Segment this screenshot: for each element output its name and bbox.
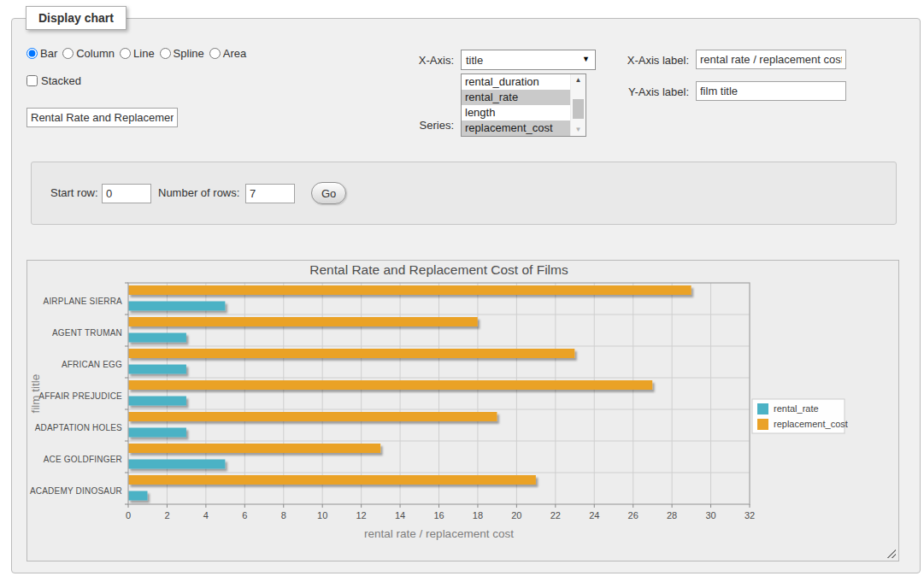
number-of-rows-label: Number of rows: [158, 186, 239, 199]
number-of-rows-input[interactable] [245, 184, 295, 203]
x-axis-select[interactable]: title ▼ [461, 50, 596, 70]
series-listbox[interactable]: rental_durationrental_ratelengthreplacem… [461, 73, 586, 137]
svg-text:26: 26 [628, 510, 639, 520]
y-category-label: AGENT TRUMAN [52, 328, 122, 338]
chart-type-radio-group: BarColumnLineSplineArea [26, 47, 246, 60]
chart-svg: 02468101214161820222426283032AIRPLANE SI… [27, 261, 898, 561]
listbox-scrollbar[interactable]: ▲ ▼ [570, 74, 586, 136]
chart-type-radio-spline[interactable] [160, 48, 171, 59]
stacked-row: Stacked [26, 74, 81, 87]
scroll-up-icon[interactable]: ▲ [571, 74, 586, 86]
series-list-label: Series: [365, 119, 454, 132]
chart-type-option-bar[interactable]: Bar [26, 47, 57, 60]
svg-text:10: 10 [317, 510, 327, 520]
radio-label: Column [76, 47, 115, 60]
scroll-down-icon[interactable]: ▼ [571, 124, 586, 136]
svg-text:18: 18 [473, 510, 483, 520]
y-axis-label-label: Y-Axis label: [610, 85, 689, 98]
chevron-down-icon: ▼ [582, 56, 590, 63]
chart-type-option-spline[interactable]: Spline [160, 47, 204, 60]
series-option-replacement_cost[interactable]: replacement_cost [462, 121, 570, 136]
series-option-rental_duration[interactable]: rental_duration [462, 74, 570, 90]
series-options: rental_durationrental_ratelengthreplacem… [462, 74, 570, 136]
svg-text:2: 2 [164, 510, 169, 520]
chart-type-radio-area[interactable] [209, 48, 221, 59]
series-option-rental_rate[interactable]: rental_rate [462, 90, 570, 105]
legend-label: rental_rate [774, 403, 819, 414]
svg-text:12: 12 [356, 510, 367, 520]
svg-text:32: 32 [744, 510, 755, 520]
radio-label: Area [223, 47, 246, 60]
scrollbar-thumb[interactable] [573, 99, 584, 119]
stacked-label: Stacked [41, 74, 81, 87]
svg-text:0: 0 [126, 510, 131, 520]
x-axis-label-label: X-Axis label: [610, 54, 689, 67]
y-category-label: ACADEMY DINOSAUR [30, 486, 122, 496]
chart-title: Rental Rate and Replacement Cost of Film… [309, 262, 568, 277]
start-row-label: Start row: [50, 186, 98, 199]
chart-title-input[interactable] [26, 108, 178, 127]
svg-text:24: 24 [589, 510, 599, 520]
svg-text:6: 6 [242, 510, 247, 520]
stacked-checkbox[interactable] [26, 75, 38, 86]
chart-type-option-area[interactable]: Area [209, 47, 246, 60]
svg-text:28: 28 [667, 510, 677, 520]
x-axis-title: rental rate / replacement cost [364, 527, 514, 540]
radio-label: Bar [40, 47, 57, 60]
series-option-length[interactable]: length [462, 105, 570, 121]
start-row-input[interactable] [102, 184, 151, 203]
svg-text:20: 20 [511, 510, 521, 520]
legend-label: replacement_cost [774, 419, 848, 429]
chart-type-radio-line[interactable] [120, 48, 131, 59]
chart-panel: 02468101214161820222426283032AIRPLANE SI… [26, 260, 899, 561]
go-button[interactable]: Go [311, 182, 346, 204]
svg-text:4: 4 [203, 510, 209, 520]
display-chart-panel: Display chart BarColumnLineSplineArea St… [11, 18, 921, 573]
x-axis-select-label: X-Axis: [365, 54, 454, 67]
svg-text:14: 14 [395, 510, 405, 520]
x-axis-select-value: title [466, 54, 483, 67]
rows-panel: Start row: Number of rows: Go [31, 162, 897, 225]
svg-text:16: 16 [433, 510, 444, 520]
chart-legend: rental_ratereplacement_cost [752, 399, 848, 433]
y-category-label: AFRICAN EGG [62, 360, 122, 369]
radio-label: Line [133, 47, 155, 60]
y-category-label: ADAPTATION HOLES [35, 423, 122, 432]
chart-type-option-line[interactable]: Line [120, 47, 155, 60]
y-axis-label-input[interactable] [696, 81, 846, 101]
page: Display chart BarColumnLineSplineArea St… [0, 0, 924, 582]
svg-text:8: 8 [281, 510, 286, 520]
panel-legend: Display chart [26, 6, 127, 30]
chart-type-option-column[interactable]: Column [62, 47, 115, 60]
svg-text:30: 30 [705, 510, 715, 520]
chart-type-radio-bar[interactable] [26, 48, 38, 59]
svg-text:22: 22 [550, 510, 561, 520]
x-axis-label-input[interactable] [696, 50, 846, 69]
radio-label: Spline [174, 47, 204, 60]
y-category-label: AIRPLANE SIERRA [44, 297, 123, 306]
y-axis-title: film title [29, 374, 42, 414]
chart-type-radio-column[interactable] [62, 48, 74, 59]
y-category-label: AFFAIR PREJUDICE [38, 391, 122, 401]
y-category-label: ACE GOLDFINGER [44, 455, 122, 464]
